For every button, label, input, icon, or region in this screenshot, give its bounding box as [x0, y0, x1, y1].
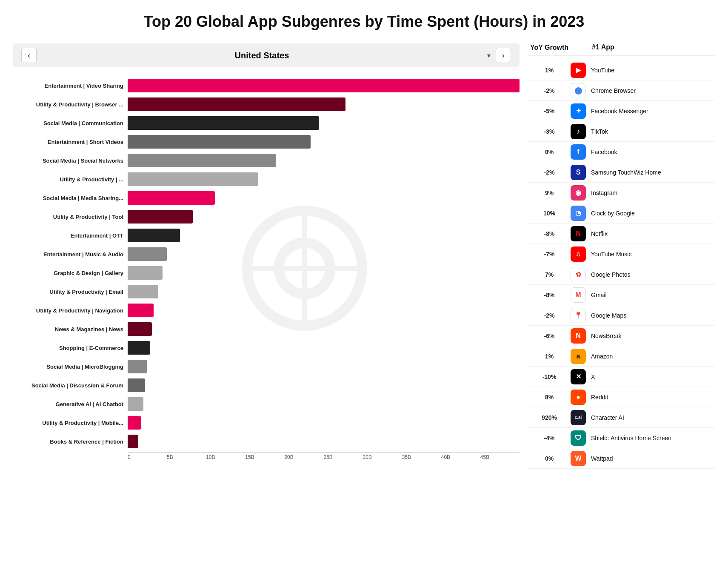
- bars-container: Entertainment | Video SharingUtility & P…: [13, 77, 520, 450]
- app-icon: N: [571, 328, 586, 344]
- bar-container: [128, 79, 520, 92]
- app-yoy-value: -2%: [528, 312, 571, 319]
- app-name: Shield: Antivirus Home Screen: [591, 435, 671, 441]
- app-name: YouTube Music: [591, 251, 631, 258]
- app-row: 1%aAmazon: [528, 346, 715, 367]
- bar-row: Entertainment | Video Sharing: [13, 77, 520, 94]
- app-name: Amazon: [591, 353, 613, 360]
- app-yoy-value: -2%: [528, 169, 571, 176]
- x-tick: 0: [128, 453, 167, 460]
- bar-container: [128, 285, 520, 298]
- bar: [128, 416, 141, 430]
- app-name: NewsBreak: [591, 332, 622, 339]
- yoy-column-header: YoY Growth: [528, 43, 571, 52]
- app-row: -3%♪TikTok: [528, 121, 715, 142]
- app-row: 8%●Reddit: [528, 387, 715, 407]
- app-icon: a: [571, 349, 586, 364]
- bar: [128, 285, 158, 298]
- bar-label: Graphic & Design | Gallery: [13, 270, 128, 276]
- bar: [128, 172, 258, 186]
- app-yoy-value: -5%: [528, 108, 571, 115]
- bar-row: Shopping | E-Commerce: [13, 340, 520, 356]
- prev-country-button[interactable]: ‹: [21, 48, 37, 63]
- app-name: Samsung TouchWiz Home: [591, 169, 661, 176]
- app-name: Gmail: [591, 292, 607, 298]
- app-icon: ◉: [571, 185, 586, 201]
- bar-container: [128, 172, 520, 186]
- app-icon: 📍: [571, 308, 586, 323]
- bar-container: [128, 97, 520, 111]
- bar-row: Social Media | Social Networks: [13, 152, 520, 169]
- app-yoy-value: -10%: [528, 373, 571, 380]
- bar-row: Social Media | MicroBlogging: [13, 358, 520, 375]
- app-icon: 🛡: [571, 430, 586, 446]
- apps-container: 1%▶YouTube-2%⬤Chrome Browser-5%✦Facebook…: [528, 60, 715, 469]
- main-container: ‹ United States ▾ › Entertainment | Vide…: [13, 43, 715, 469]
- app-icon: ✕: [571, 369, 586, 384]
- next-country-button[interactable]: ›: [496, 48, 511, 63]
- chart-section: ‹ United States ▾ › Entertainment | Vide…: [13, 43, 520, 469]
- bar: [128, 304, 154, 317]
- app-name: Netflix: [591, 230, 608, 237]
- app-icon: c.ai: [571, 410, 586, 425]
- app-icon: S: [571, 165, 586, 180]
- bar-container: [128, 154, 520, 167]
- x-tick: 15B: [245, 453, 284, 460]
- x-tick: 30B: [363, 453, 402, 460]
- bar: [128, 210, 193, 224]
- page-title: Top 20 Global App Subgenres by Time Spen…: [13, 13, 715, 31]
- bar: [128, 341, 150, 355]
- bar-label: Social Media | MicroBlogging: [13, 364, 128, 370]
- bar-container: [128, 116, 520, 130]
- app-row: -10%✕X: [528, 367, 715, 387]
- bar: [128, 435, 138, 448]
- bar-label: Utility & Productivity | ...: [13, 176, 128, 183]
- app-name: Google Maps: [591, 312, 626, 319]
- bar: [128, 266, 163, 280]
- app-name: Google Photos: [591, 271, 631, 278]
- bar-row: Entertainment | Short Videos: [13, 134, 520, 150]
- app-icon: ✦: [571, 103, 586, 119]
- x-tick: 5B: [167, 453, 206, 460]
- bar: [128, 79, 520, 92]
- app-row: 1%▶YouTube: [528, 60, 715, 80]
- country-name: United States: [42, 51, 482, 60]
- app-yoy-value: -3%: [528, 128, 571, 135]
- app-name: Instagram: [591, 189, 617, 196]
- app-yoy-value: -2%: [528, 87, 571, 94]
- bar-row: Utility & Productivity | Navigation: [13, 302, 520, 318]
- app-row: -4%🛡Shield: Antivirus Home Screen: [528, 428, 715, 448]
- bar-label: Social Media | Media Sharing...: [13, 195, 128, 201]
- dropdown-icon: ▾: [487, 52, 491, 60]
- app-icon: ◔: [571, 206, 586, 221]
- bar: [128, 247, 167, 261]
- bar-row: Generative AI | AI Chatbot: [13, 396, 520, 412]
- bar-label: Utility & Productivity | Tool: [13, 214, 128, 220]
- app-yoy-value: 0%: [528, 149, 571, 155]
- app-yoy-value: 10%: [528, 210, 571, 217]
- bar-label: Social Media | Communication: [13, 120, 128, 126]
- bar-row: Social Media | Discussion & Forum: [13, 377, 520, 393]
- bar: [128, 135, 311, 149]
- app-name: X: [591, 373, 595, 380]
- bar-container: [128, 416, 520, 430]
- bar-row: Books & Reference | Fiction: [13, 433, 520, 450]
- app-name: Facebook: [591, 149, 617, 155]
- bar-container: [128, 341, 520, 355]
- bar-label: Shopping | E-Commerce: [13, 345, 128, 351]
- app-name: TikTok: [591, 128, 608, 135]
- app-row: -8%NNetflix: [528, 224, 715, 244]
- bar-label: Utility & Productivity | Mobile...: [13, 420, 128, 426]
- app-icon: ♫: [571, 246, 586, 262]
- bar-row: Social Media | Communication: [13, 115, 520, 131]
- bar: [128, 116, 319, 130]
- app-yoy-value: 7%: [528, 271, 571, 278]
- bar-label: Utility & Productivity | Email: [13, 289, 128, 295]
- app-row: 0%WWattpad: [528, 448, 715, 469]
- x-tick: 10B: [206, 453, 245, 460]
- app-yoy-value: 1%: [528, 353, 571, 360]
- bar-container: [128, 210, 520, 224]
- app-name: Character AI: [591, 414, 624, 421]
- bar-label: Books & Reference | Fiction: [13, 438, 128, 445]
- bar-label: Entertainment | Video Sharing: [13, 83, 128, 89]
